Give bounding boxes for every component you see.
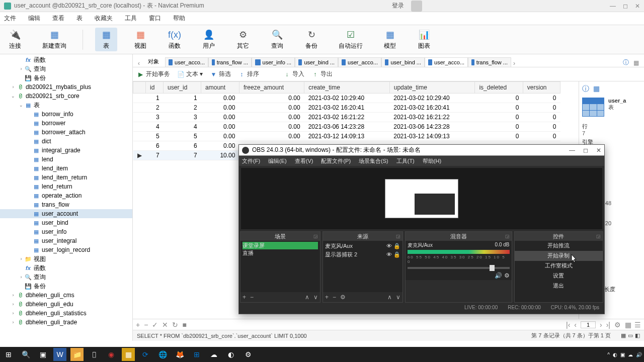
obs-speaker-icon[interactable]: 🔊 xyxy=(495,272,502,279)
menu-收藏夹[interactable]: 收藏夹 xyxy=(95,14,113,23)
obs-scene-item[interactable]: 直播 xyxy=(243,249,318,257)
tool-其它[interactable]: ⚙其它 xyxy=(232,28,254,51)
tree-查询[interactable]: ›🔍查询 xyxy=(0,64,132,73)
status-icon-1[interactable]: ▦ xyxy=(621,332,626,339)
tray-icon-4[interactable]: 🔊 xyxy=(636,352,642,357)
tree-查询[interactable]: ›🔍查询 xyxy=(0,273,132,282)
taskbar-app-6[interactable]: ⟳ xyxy=(139,348,152,361)
table-row[interactable]: 330.000.002021-03-02 16:21:222021-03-02 … xyxy=(133,113,560,122)
close-icon[interactable]: ✕ xyxy=(635,3,640,10)
obs-scene-item[interactable]: 课堂录屏 xyxy=(243,242,318,249)
obs-control-退出[interactable]: 退出 xyxy=(515,281,603,291)
tool-模型[interactable]: ▦模型 xyxy=(379,28,401,51)
menu-窗口[interactable]: 窗口 xyxy=(149,14,161,23)
taskbar-app-4[interactable]: ◉ xyxy=(105,348,118,361)
tree-dbhelen_guli_statistics[interactable]: ›🛢dbhelen_guli_statistics xyxy=(0,309,132,318)
tab-objects[interactable]: 对象 xyxy=(142,56,165,67)
tree-db200921_srb_core[interactable]: ⌄🛢db200921_srb_core xyxy=(0,92,132,101)
menu-查看[interactable]: 查看 xyxy=(52,14,64,23)
obs-source-down-icon[interactable]: ∨ xyxy=(396,294,400,301)
taskbar-app-3[interactable]: ⌷ xyxy=(88,348,101,361)
obs-volume-slider[interactable] xyxy=(408,267,510,269)
tab-5[interactable]: user_bind ... xyxy=(381,57,425,67)
col-user_id[interactable]: user_id xyxy=(164,82,201,94)
obs-scene-up-icon[interactable]: ∧ xyxy=(305,294,309,301)
taskbar-app-7[interactable]: 🌐 xyxy=(156,348,169,361)
next-page-button[interactable]: › xyxy=(600,321,602,329)
tree-表[interactable]: ⌄▦表 xyxy=(0,101,132,110)
tree-dict[interactable]: ▦dict xyxy=(0,137,132,146)
taskbar-app-11[interactable]: ◐ xyxy=(224,348,237,361)
obs-control-开始录制[interactable]: 开始录制 xyxy=(515,251,603,261)
tray-icon-3[interactable]: ☁ xyxy=(628,352,633,357)
tabs-back-icon[interactable]: ‹ xyxy=(136,60,142,67)
obs-control-开始推流[interactable]: 开始推流 xyxy=(515,241,603,251)
info-icon[interactable]: ⓘ xyxy=(623,58,629,67)
col-update_time[interactable]: update_time xyxy=(389,82,475,94)
menu-表[interactable]: 表 xyxy=(76,14,83,23)
status-icon-2[interactable]: ▭ xyxy=(628,332,633,339)
tree-备份[interactable]: 💾备份 xyxy=(0,73,132,82)
obs-source-props-icon[interactable]: ⚙ xyxy=(340,294,346,301)
sort-button[interactable]: ↕排序 xyxy=(238,70,259,78)
ddl-panel-icon[interactable]: ▦ xyxy=(593,84,600,94)
obs-source-item[interactable]: 显示器捕获 2👁 🔒 xyxy=(325,250,400,259)
obs-menu-item[interactable]: 帮助(H) xyxy=(423,157,441,165)
first-page-button[interactable]: |‹ xyxy=(566,321,570,329)
tree-db200921_mybatis_plus[interactable]: ›🛢db200921_mybatis_plus xyxy=(0,82,132,92)
table-row[interactable]: 110.000.002021-03-02 10:29:402021-03-02 … xyxy=(133,94,560,103)
tree-trans_flow[interactable]: ▦trans_flow xyxy=(0,200,132,209)
obs-menu-item[interactable]: 文件(F) xyxy=(242,157,260,165)
obs-scene-add-icon[interactable]: + xyxy=(243,294,246,301)
tree-备份[interactable]: 💾备份 xyxy=(0,282,132,291)
tab-3[interactable]: user_bind ... xyxy=(295,57,338,67)
tab-4[interactable]: user_acco... xyxy=(338,57,381,67)
obs-control-设置[interactable]: 设置 xyxy=(515,271,603,281)
tree-函数[interactable]: fx函数 xyxy=(0,55,132,64)
text-view-button[interactable]: 📄文本 ▾ xyxy=(177,70,203,78)
obs-menu-item[interactable]: 编辑(E) xyxy=(268,157,287,165)
tree-函数[interactable]: fx函数 xyxy=(0,263,132,273)
col-freeze_amount[interactable]: freeze_amount xyxy=(239,82,304,94)
windows-taskbar[interactable]: ⊞ 🔍 ▣ W 📁 ⌷ ◉ ▦ ⟳ 🌐 🦊 ⊞ ☁ ◐ ⚙ ^ ◐ ▣ ☁ 🔊 xyxy=(0,347,644,362)
delete-row-button[interactable]: − xyxy=(144,321,148,329)
last-page-button[interactable]: ›| xyxy=(606,321,610,329)
obs-scene-down-icon[interactable]: ∨ xyxy=(313,294,318,301)
obs-menu-item[interactable]: 配置文件(P) xyxy=(321,157,351,165)
tree-dbhelen_guli_edu[interactable]: ›🛢dbhelen_guli_edu xyxy=(0,300,132,309)
taskbar-app-12[interactable]: ⚙ xyxy=(242,348,255,361)
tool-连接[interactable]: 🔌连接 xyxy=(4,28,26,51)
export-button[interactable]: ↑导出 xyxy=(311,70,333,78)
obs-source-remove-icon[interactable]: − xyxy=(333,294,336,301)
grid-view-icon[interactable]: ▦ xyxy=(625,321,631,329)
connection-tree[interactable]: fx函数›🔍查询💾备份›🛢db200921_mybatis_plus⌄🛢db20… xyxy=(0,54,133,341)
taskbar-app-5[interactable]: ▦ xyxy=(122,348,135,361)
tree-borrower_attach[interactable]: ▦borrower_attach xyxy=(0,128,132,137)
taskbar-app-2[interactable]: 📁 xyxy=(70,348,84,361)
obs-menu-item[interactable]: 查看(V) xyxy=(295,157,313,165)
tree-视图[interactable]: ›📁视图 xyxy=(0,254,132,263)
cancel-button[interactable]: ✕ xyxy=(162,321,168,329)
table-row[interactable]: 220.000.002021-03-02 16:20:412021-03-02 … xyxy=(133,103,560,113)
obs-preview[interactable] xyxy=(241,168,602,229)
tree-user_info[interactable]: ▦user_info xyxy=(0,227,132,236)
system-tray[interactable]: ^ ◐ ▣ ☁ 🔊 xyxy=(607,352,642,357)
tree-user_login_record[interactable]: ▦user_login_record xyxy=(0,245,132,254)
obs-source-item[interactable]: 麦克风/Aux👁 🔒 xyxy=(325,242,400,250)
start-button[interactable]: ⊞ xyxy=(2,348,15,361)
tool-用户[interactable]: 👤用户 xyxy=(198,28,220,51)
form-view-icon[interactable]: ☰ xyxy=(634,321,641,329)
tray-icon-1[interactable]: ◐ xyxy=(613,352,617,357)
table-row[interactable]: 550.000.002021-03-12 14:09:132021-03-12 … xyxy=(133,132,560,141)
col-amount[interactable]: amount xyxy=(201,82,239,94)
status-icon-3[interactable]: ◧ xyxy=(635,332,640,339)
tree-user_bind[interactable]: ▦user_bind xyxy=(0,218,132,227)
taskbar-app-9[interactable]: ⊞ xyxy=(190,348,203,361)
tray-up-icon[interactable]: ^ xyxy=(607,352,610,357)
col-create_time[interactable]: create_time xyxy=(304,82,390,94)
tree-dbhelen_guli_cms[interactable]: ›🛢dbhelen_guli_cms xyxy=(0,291,132,300)
refresh-button[interactable]: ↻ xyxy=(172,321,178,329)
tree-integral_grade[interactable]: ▦integral_grade xyxy=(0,146,132,155)
col-id[interactable]: id xyxy=(146,82,164,94)
tool-备份[interactable]: ↻备份 xyxy=(300,28,323,51)
